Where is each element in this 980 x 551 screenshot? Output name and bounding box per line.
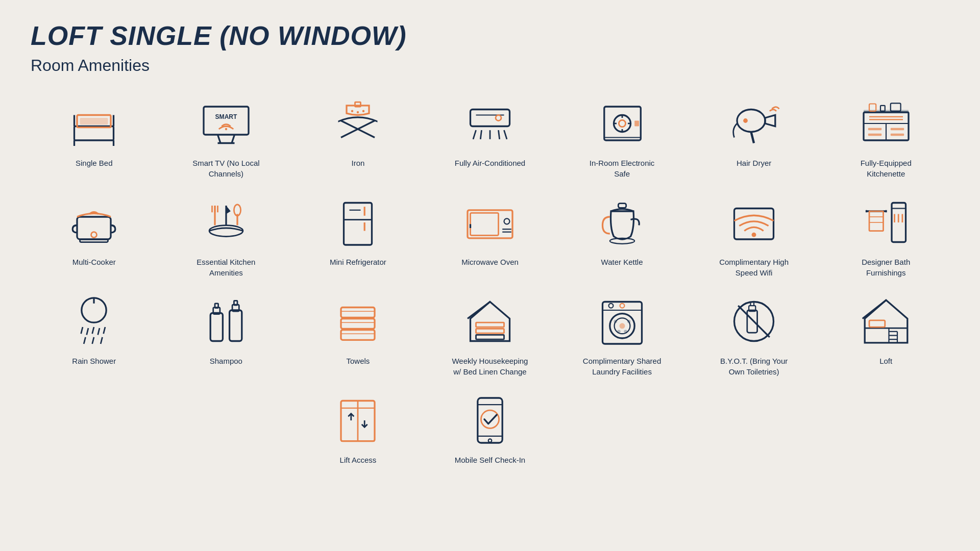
svg-rect-113 xyxy=(476,329,504,333)
loft-label: Loft xyxy=(879,356,892,366)
amenity-air-conditioned: Fully Air-Conditioned xyxy=(427,95,554,179)
multi-cooker-icon xyxy=(66,194,122,251)
svg-rect-101 xyxy=(215,304,218,308)
rain-shower-icon xyxy=(66,293,122,349)
multi-cooker-label: Multi-Cooker xyxy=(72,257,116,267)
svg-rect-104 xyxy=(234,300,237,305)
byot-label: B.Y.O.T. (Bring Your Own Toiletries) xyxy=(713,356,795,377)
svg-line-23 xyxy=(480,130,481,139)
hair-dryer-icon xyxy=(726,95,782,152)
svg-point-123 xyxy=(627,320,630,323)
electronic-safe-label: In-Room Electronic Safe xyxy=(581,158,663,179)
svg-line-26 xyxy=(504,130,507,139)
shampoo-icon xyxy=(198,293,254,349)
iron-icon xyxy=(330,95,386,152)
wifi-label: Complimentary High Speed Wifi xyxy=(713,257,795,278)
svg-point-117 xyxy=(608,304,613,308)
towels-icon xyxy=(330,293,386,349)
svg-point-38 xyxy=(743,118,748,123)
svg-rect-128 xyxy=(747,310,757,333)
svg-line-25 xyxy=(498,130,499,139)
svg-rect-45 xyxy=(891,128,904,130)
svg-rect-106 xyxy=(341,319,375,329)
svg-point-70 xyxy=(504,218,509,224)
amenity-lift: Lift Access xyxy=(295,392,422,465)
mobile-checkin-icon xyxy=(462,392,518,448)
svg-rect-114 xyxy=(476,335,504,339)
svg-rect-15 xyxy=(355,102,361,107)
svg-rect-107 xyxy=(341,330,375,340)
svg-point-16 xyxy=(351,110,353,112)
amenity-mobile-checkin: Mobile Self Check-In xyxy=(427,392,554,465)
laundry-icon xyxy=(594,293,650,349)
svg-rect-51 xyxy=(891,103,901,111)
svg-rect-54 xyxy=(80,239,108,242)
amenity-smart-tv: SMART Smart TV (No Local Channels) xyxy=(163,95,290,179)
mini-refrigerator-label: Mini Refrigerator xyxy=(330,257,386,267)
svg-point-55 xyxy=(209,226,243,237)
mini-refrigerator-icon xyxy=(330,194,386,251)
kitchenette-icon xyxy=(858,95,914,152)
svg-line-92 xyxy=(87,328,88,335)
svg-rect-99 xyxy=(210,313,223,341)
bath-furnishings-label: Designer Bath Furnishings xyxy=(845,257,927,278)
kitchen-amenities-icon xyxy=(198,194,254,251)
wifi-icon xyxy=(726,194,782,251)
microwave-icon xyxy=(462,194,518,251)
amenity-rain-shower: Rain Shower xyxy=(31,293,158,377)
microwave-label: Microwave Oven xyxy=(461,257,519,267)
amenities-grid: Single Bed SMART Smart TV (No Local Chan… xyxy=(31,95,949,465)
svg-line-37 xyxy=(751,132,754,143)
svg-line-93 xyxy=(92,327,94,334)
svg-rect-0 xyxy=(75,127,114,141)
kitchenette-label: Fully-Equipped Kitchenette xyxy=(845,158,927,179)
svg-point-121 xyxy=(619,323,625,329)
svg-rect-19 xyxy=(470,110,509,127)
svg-rect-46 xyxy=(868,134,881,136)
air-conditioned-label: Fully Air-Conditioned xyxy=(455,158,525,168)
svg-line-98 xyxy=(101,337,102,344)
water-kettle-icon xyxy=(594,194,650,251)
amenity-mini-refrigerator: Mini Refrigerator xyxy=(295,194,422,278)
svg-line-22 xyxy=(473,130,476,139)
amenity-wifi: Complimentary High Speed Wifi xyxy=(691,194,818,278)
rain-shower-label: Rain Shower xyxy=(72,356,116,366)
single-bed-label: Single Bed xyxy=(76,158,113,168)
amenity-hair-dryer: Hair Dryer xyxy=(691,95,818,179)
svg-point-17 xyxy=(357,111,359,113)
amenity-electronic-safe: In-Room Electronic Safe xyxy=(558,95,685,179)
svg-rect-105 xyxy=(341,308,375,318)
svg-rect-34 xyxy=(634,121,639,127)
loft-icon xyxy=(858,293,914,349)
mobile-checkin-label: Mobile Self Check-In xyxy=(455,455,525,465)
amenity-water-kettle: Water Kettle xyxy=(558,194,685,278)
svg-rect-63 xyxy=(344,203,372,245)
water-kettle-label: Water Kettle xyxy=(601,257,643,267)
smart-tv-label: Smart TV (No Local Channels) xyxy=(185,158,267,179)
svg-line-97 xyxy=(92,337,94,344)
svg-rect-74 xyxy=(618,204,626,208)
svg-line-111 xyxy=(468,302,490,319)
svg-point-18 xyxy=(362,110,364,112)
svg-line-10 xyxy=(217,135,220,143)
svg-point-118 xyxy=(620,304,624,308)
svg-rect-44 xyxy=(868,128,881,130)
shampoo-label: Shampoo xyxy=(210,356,242,366)
amenity-microwave: Microwave Oven xyxy=(427,194,554,278)
amenity-kitchenette: Fully-Equipped Kitchenette xyxy=(822,95,949,179)
svg-rect-6 xyxy=(80,118,108,124)
amenity-laundry: Complimentary Shared Laundry Facilities xyxy=(558,293,685,377)
svg-rect-47 xyxy=(891,134,904,136)
electronic-safe-icon xyxy=(594,95,650,152)
smart-tv-icon: SMART xyxy=(198,95,254,152)
housekeeping-icon xyxy=(462,293,518,349)
svg-point-124 xyxy=(617,330,621,334)
svg-line-132 xyxy=(863,300,886,318)
amenity-iron: Iron xyxy=(295,95,422,179)
svg-point-36 xyxy=(737,110,765,132)
amenity-single-bed: Single Bed xyxy=(31,95,158,179)
svg-point-149 xyxy=(488,439,492,442)
section-subtitle: Room Amenities xyxy=(31,56,949,75)
amenity-loft: Loft xyxy=(822,293,949,377)
svg-point-77 xyxy=(752,233,756,237)
